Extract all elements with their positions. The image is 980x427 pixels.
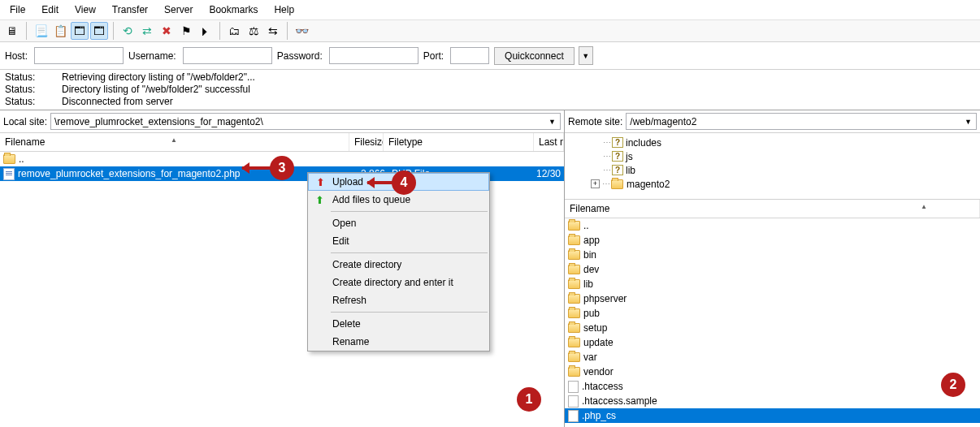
list-item[interactable]: lib [565, 277, 980, 291]
sort-asc-icon: ▲ [921, 203, 927, 210]
sync-browse-icon[interactable]: ⇆ [264, 22, 282, 40]
menu-label: Delete [332, 318, 361, 330]
cancel-icon[interactable]: ✖ [158, 22, 176, 40]
file-name: .. [19, 153, 24, 165]
process-queue-icon[interactable]: ⇄ [138, 22, 156, 40]
menu-server[interactable]: Server [161, 2, 196, 17]
disconnect-icon[interactable]: ⚑ [177, 22, 195, 40]
list-item[interactable]: var [565, 350, 980, 364]
folder-icon [568, 279, 580, 289]
tree-item[interactable]: +⋯magento2 [568, 177, 977, 191]
remote-file-list[interactable]: .. app bin dev lib phpserver pub setup u… [565, 218, 980, 427]
col-filesize[interactable]: Filesize [349, 133, 384, 151]
menu-rename[interactable]: Rename [308, 333, 489, 351]
host-input[interactable] [34, 47, 124, 64]
username-label: Username: [128, 50, 178, 62]
list-item[interactable]: .htaccess [565, 379, 980, 394]
file-icon [568, 395, 579, 408]
remote-tree[interactable]: ⋯?includes ⋯?js ⋯?lib +⋯magento2 [565, 133, 980, 200]
toggle-tree-icon[interactable]: 📋 [51, 22, 69, 40]
menu-edit[interactable]: Edit [38, 2, 62, 17]
folder-icon [3, 154, 15, 164]
menu-label: Upload [332, 176, 363, 188]
password-input[interactable] [329, 47, 418, 64]
col-filetype[interactable]: Filetype [384, 133, 534, 151]
folder-icon [568, 294, 580, 304]
tree-label: js [626, 151, 633, 162]
menu-open[interactable]: Open [308, 214, 489, 232]
list-item[interactable]: vendor [565, 364, 980, 379]
toggle-transferqueue-icon[interactable]: 🗔 [71, 22, 89, 40]
compare-icon[interactable]: ⚖ [245, 22, 262, 40]
list-item[interactable]: dev [565, 262, 980, 277]
tree-item[interactable]: ⋯?js [568, 149, 977, 163]
folder-icon [611, 179, 623, 189]
toggle-log-icon[interactable]: 📃 [32, 22, 50, 40]
list-item[interactable]: setup [565, 321, 980, 335]
file-icon [568, 381, 579, 393]
remote-list-header: Filename ▲ [565, 200, 980, 218]
username-input[interactable] [183, 47, 272, 64]
sitemanager-icon[interactable]: 🖥 [3, 22, 21, 40]
menubar: File Edit View Transfer Server Bookmarks… [0, 0, 980, 20]
status-log: Status:Retrieving directory listing of "… [0, 70, 980, 110]
col-filename[interactable]: Filename [565, 200, 980, 218]
status-line: Retrieving directory listing of "/web/fo… [62, 71, 255, 84]
menu-create-directory-enter[interactable]: Create directory and enter it [308, 274, 489, 291]
menu-label: Add files to queue [332, 194, 410, 205]
callout-2: 2 [941, 373, 965, 397]
menu-delete[interactable]: Delete [308, 315, 489, 333]
quickconnect-dropdown[interactable]: ▼ [579, 46, 593, 65]
refresh-icon[interactable]: ⟲ [119, 22, 137, 40]
remote-path-input[interactable] [626, 113, 977, 130]
file-icon [568, 410, 579, 422]
local-list-header: Filename ▲ Filesize Filetype Last m [0, 133, 564, 152]
local-path-input[interactable] [50, 113, 561, 130]
menu-refresh[interactable]: Refresh [308, 291, 489, 309]
status-label: Status: [5, 71, 62, 84]
menu-view[interactable]: View [72, 2, 99, 17]
port-input[interactable] [450, 47, 489, 64]
menu-bookmarks[interactable]: Bookmarks [206, 2, 261, 17]
list-item[interactable]: app [565, 233, 980, 248]
search-icon[interactable]: 👓 [293, 22, 310, 40]
file-name: phpserver [583, 293, 627, 304]
menu-create-directory[interactable]: Create directory [308, 256, 489, 274]
tree-item[interactable]: ⋯?includes [568, 136, 977, 149]
menu-file[interactable]: File [7, 2, 28, 17]
col-lastmod[interactable]: Last m [534, 133, 564, 151]
list-item[interactable]: .htaccess.sample [565, 394, 980, 408]
host-label: Host: [5, 50, 29, 62]
file-mod: 12/30 [536, 168, 561, 179]
chevron-down-icon[interactable]: ▼ [549, 118, 556, 126]
menu-edit[interactable]: Edit [308, 232, 489, 250]
file-name: update [583, 337, 614, 348]
list-item[interactable]: update [565, 335, 980, 350]
folder-icon [568, 221, 580, 231]
menu-help[interactable]: Help [271, 2, 297, 17]
list-item[interactable]: bin [565, 248, 980, 262]
menu-label: Rename [332, 336, 369, 347]
parent-dir-row[interactable]: .. [565, 218, 980, 233]
file-name: vendor [583, 366, 614, 377]
add-queue-icon: ⬆ [313, 194, 326, 206]
callout-4: 4 [392, 170, 416, 195]
quickconnect-button[interactable]: Quickconnect [494, 47, 575, 65]
file-name: remove_plumrocket_extensions_for_magento… [18, 168, 351, 179]
folder-icon [568, 235, 580, 245]
list-item[interactable]: pub [565, 306, 980, 321]
tree-label: magento2 [627, 179, 670, 190]
chevron-down-icon[interactable]: ▼ [965, 118, 972, 126]
toggle-remote-icon[interactable]: 🗔 [90, 22, 108, 40]
file-name: .htaccess.sample [582, 395, 657, 407]
tree-label: includes [626, 137, 661, 149]
reconnect-icon[interactable]: ⏵ [197, 22, 215, 40]
file-name: bin [583, 249, 596, 261]
port-label: Port: [423, 50, 445, 62]
list-item[interactable]: phpserver [565, 291, 980, 306]
menu-transfer[interactable]: Transfer [109, 2, 151, 17]
password-label: Password: [277, 50, 324, 62]
tree-item[interactable]: ⋯?lib [568, 163, 977, 177]
list-item-selected[interactable]: .php_cs [565, 408, 980, 423]
filter-icon[interactable]: 🗂 [225, 22, 243, 40]
